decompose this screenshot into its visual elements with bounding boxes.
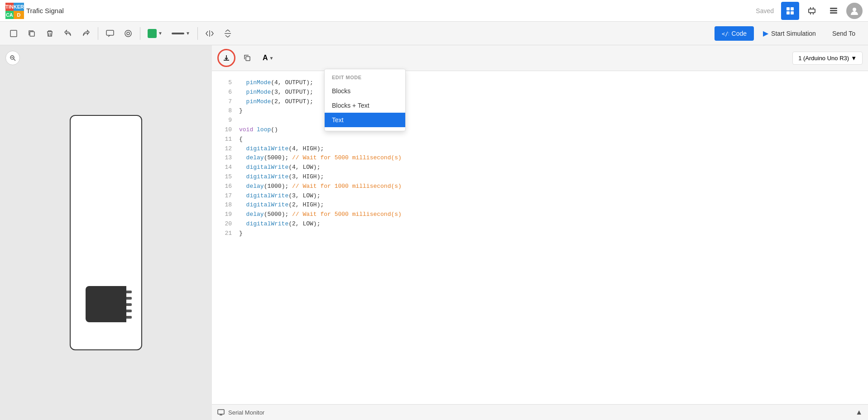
svg-rect-15 [106, 30, 114, 35]
edit-mode-section-label: EDIT MODE [325, 73, 405, 84]
line-color-btn[interactable]: ▼ [168, 29, 194, 38]
code-line: 7 pinMode(2, OUTPUT); [212, 97, 868, 107]
undo-btn[interactable] [60, 25, 76, 42]
line-content: delay(1000); // Wait for 1000 millisecon… [239, 182, 402, 191]
logo-ca: CA [5, 11, 14, 19]
comment-btn[interactable] [102, 25, 118, 42]
flip-v-btn[interactable] [220, 25, 236, 42]
code-line: 11{ [212, 135, 868, 144]
separator-1 [98, 27, 98, 40]
code-line: 9 [212, 116, 868, 125]
flip-h-btn[interactable] [201, 25, 218, 42]
svg-line-20 [14, 59, 15, 61]
copy-code-button[interactable] [239, 50, 255, 66]
svg-rect-10 [830, 10, 837, 11]
svg-rect-1 [791, 7, 794, 10]
code-line: 6 pinMode(3, OUTPUT); [212, 88, 868, 97]
send-to-label: Send To [832, 30, 855, 37]
code-line: 15 digitalWrite(3, HIGH); [212, 172, 868, 182]
toolbar: ▼ ▼ </> Code ▶ Start Simulation Send To [0, 22, 868, 45]
separator-3 [197, 27, 198, 40]
code-line: 17 digitalWrite(3, LOW); [212, 191, 868, 201]
download-button[interactable] [217, 49, 235, 67]
line-content: delay(5000); // Wait for 5000 millisecon… [239, 210, 402, 220]
component-pins [126, 291, 132, 319]
logo-ker: KER [14, 3, 24, 11]
color-picker-btn[interactable]: ▼ [144, 27, 166, 40]
pin-2 [126, 297, 132, 300]
line-content: digitalWrite(4, LOW); [239, 163, 320, 172]
line-number: 18 [216, 200, 232, 210]
code-editor[interactable]: 5 pinMode(4, OUTPUT);6 pinMode(3, OUTPUT… [212, 71, 868, 404]
line-number: 12 [216, 144, 232, 154]
color-swatch [148, 29, 157, 38]
main-content: A ▼ EDIT MODE Blocks Blocks + Text Text … [0, 45, 868, 420]
canvas-area[interactable] [0, 45, 212, 420]
svg-rect-2 [786, 11, 790, 14]
line-content: digitalWrite(4, HIGH); [239, 144, 324, 154]
serial-monitor-label: Serial Monitor [228, 409, 264, 416]
code-button[interactable]: </> Code [715, 26, 754, 41]
zoom-button[interactable] [5, 51, 20, 65]
svg-rect-13 [10, 30, 17, 37]
device-selector[interactable]: 1 (Arduino Uno R3) ▼ [792, 52, 863, 65]
blocks-view-btn[interactable] [781, 2, 799, 20]
line-content: digitalWrite(3, HIGH); [239, 172, 324, 182]
line-content: { [239, 135, 243, 144]
line-number: 8 [216, 106, 232, 116]
line-number: 14 [216, 163, 232, 172]
line-content: pinMode(3, OUTPUT); [239, 88, 313, 97]
edit-mode-blocks-text[interactable]: Blocks + Text [325, 98, 405, 113]
code-line: 10void loop() [212, 125, 868, 135]
code-panel: A ▼ EDIT MODE Blocks Blocks + Text Text … [212, 45, 868, 420]
send-to-button[interactable]: Send To [825, 26, 863, 41]
start-simulation-button[interactable]: ▶ Start Simulation [756, 25, 823, 41]
line-content: } [239, 229, 243, 239]
pin-4 [126, 310, 132, 312]
line-number: 9 [216, 116, 232, 125]
schematic-view-btn[interactable] [803, 2, 821, 20]
code-line: 19 delay(5000); // Wait for 5000 millise… [212, 210, 868, 220]
table-view-btn[interactable] [825, 2, 843, 20]
line-number: 13 [216, 153, 232, 163]
font-size-button[interactable]: A ▼ [259, 52, 277, 64]
color-dropdown-arrow: ▼ [158, 31, 163, 36]
separator-2 [140, 27, 140, 40]
line-number: 16 [216, 182, 232, 191]
edit-mode-blocks[interactable]: Blocks [325, 84, 405, 98]
code-line: 20 digitalWrite(2, LOW); [212, 220, 868, 229]
code-line: 5 pinMode(4, OUTPUT); [212, 78, 868, 88]
line-preview [172, 33, 184, 34]
copy-component-btn[interactable] [24, 25, 40, 42]
pin-1 [126, 291, 132, 293]
logo[interactable]: TIN KER CA D [5, 3, 22, 19]
serial-monitor-bar[interactable]: Serial Monitor ▲ [212, 404, 868, 420]
svg-rect-11 [830, 12, 837, 14]
device-dropdown-arrow: ▼ [851, 55, 857, 62]
top-nav: TIN KER CA D Trafic Signal Saved [0, 0, 868, 22]
play-icon: ▶ [763, 29, 768, 38]
delete-btn[interactable] [42, 25, 58, 42]
code-line: 21} [212, 229, 868, 239]
svg-rect-23 [218, 410, 224, 414]
pin-3 [126, 303, 132, 306]
line-dropdown-arrow: ▼ [186, 31, 190, 36]
new-btn[interactable] [5, 25, 22, 42]
line-number: 10 [216, 125, 232, 135]
avatar[interactable] [846, 3, 863, 19]
line-number: 20 [216, 220, 232, 229]
svg-rect-9 [830, 8, 837, 9]
circuit-board [70, 115, 142, 350]
svg-point-17 [127, 32, 129, 35]
code-line: 18 digitalWrite(2, HIGH); [212, 200, 868, 210]
svg-point-12 [853, 8, 856, 11]
component [86, 286, 126, 322]
pin-btn[interactable] [120, 25, 136, 42]
line-content: } [239, 106, 243, 116]
edit-mode-text[interactable]: Text [325, 113, 405, 127]
line-content: pinMode(4, OUTPUT); [239, 78, 313, 88]
svg-text:</>: </> [722, 31, 729, 37]
serial-expand-btn[interactable]: ▲ [855, 408, 863, 416]
redo-btn[interactable] [78, 25, 94, 42]
start-sim-label: Start Simulation [771, 30, 816, 37]
